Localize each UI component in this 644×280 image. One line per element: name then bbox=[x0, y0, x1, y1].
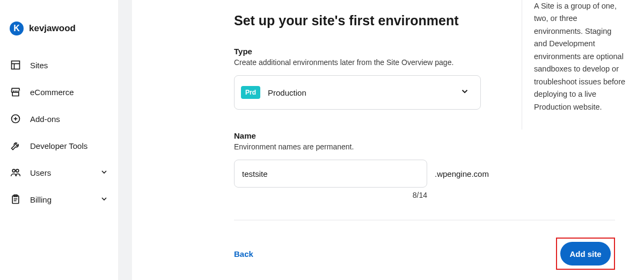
sidebar-item-label: eCommerce bbox=[30, 88, 74, 97]
sidebar-item-addons[interactable]: Add-ons bbox=[0, 105, 118, 132]
sidebar-item-label: Users bbox=[30, 168, 51, 177]
sidebar-item-users[interactable]: Users bbox=[0, 159, 118, 186]
divider bbox=[234, 220, 615, 220]
store-icon bbox=[10, 86, 21, 98]
sidebar: K kevjawood Sites eCommerce Add-ons bbox=[0, 0, 118, 280]
grid-icon bbox=[10, 59, 21, 71]
chevron-down-icon bbox=[100, 168, 108, 178]
sidebar-item-billing[interactable]: Billing bbox=[0, 186, 118, 213]
account-brand[interactable]: K kevjawood bbox=[0, 10, 118, 52]
svg-point-7 bbox=[16, 169, 19, 172]
env-badge: Prd bbox=[241, 86, 260, 99]
sidebar-item-sites[interactable]: Sites bbox=[0, 52, 118, 78]
add-site-highlight: Add site bbox=[556, 238, 615, 270]
env-selected-value: Production bbox=[268, 88, 306, 97]
environment-type-select[interactable]: Prd Production bbox=[234, 75, 481, 110]
add-site-button[interactable]: Add site bbox=[560, 242, 611, 265]
layout-gutter bbox=[118, 0, 132, 280]
sidebar-item-devtools[interactable]: Developer Tools bbox=[0, 132, 118, 159]
sidebar-item-ecommerce[interactable]: eCommerce bbox=[0, 78, 118, 105]
type-help: Create additional environments later fro… bbox=[234, 58, 502, 67]
sidebar-item-label: Add-ons bbox=[30, 114, 60, 124]
info-text: A Site is a group of one, two, or three … bbox=[534, 0, 626, 113]
wrench-icon bbox=[10, 140, 21, 152]
chevron-down-icon bbox=[460, 87, 470, 98]
type-label: Type bbox=[234, 47, 502, 56]
clipboard-icon bbox=[10, 193, 21, 205]
account-avatar: K bbox=[10, 21, 24, 35]
char-count: 8/14 bbox=[234, 191, 427, 199]
environment-name-input[interactable] bbox=[234, 160, 427, 188]
sidebar-item-label: Sites bbox=[30, 61, 48, 70]
account-name: kevjawood bbox=[29, 23, 76, 34]
chevron-down-icon bbox=[100, 195, 108, 205]
plus-circle-icon bbox=[10, 113, 21, 125]
svg-point-6 bbox=[12, 169, 15, 172]
sidebar-item-label: Developer Tools bbox=[30, 141, 87, 150]
info-panel: A Site is a group of one, two, or three … bbox=[522, 0, 626, 130]
name-label: Name bbox=[234, 131, 502, 140]
domain-suffix: .wpengine.com bbox=[435, 169, 489, 178]
svg-rect-0 bbox=[12, 61, 20, 69]
back-link[interactable]: Back bbox=[234, 249, 253, 259]
page-title: Set up your site's first environment bbox=[234, 13, 502, 28]
name-help: Environment names are permanent. bbox=[234, 142, 502, 151]
main-content: Set up your site's first environment Typ… bbox=[132, 0, 644, 280]
users-icon bbox=[10, 167, 21, 178]
sidebar-item-label: Billing bbox=[30, 195, 52, 204]
